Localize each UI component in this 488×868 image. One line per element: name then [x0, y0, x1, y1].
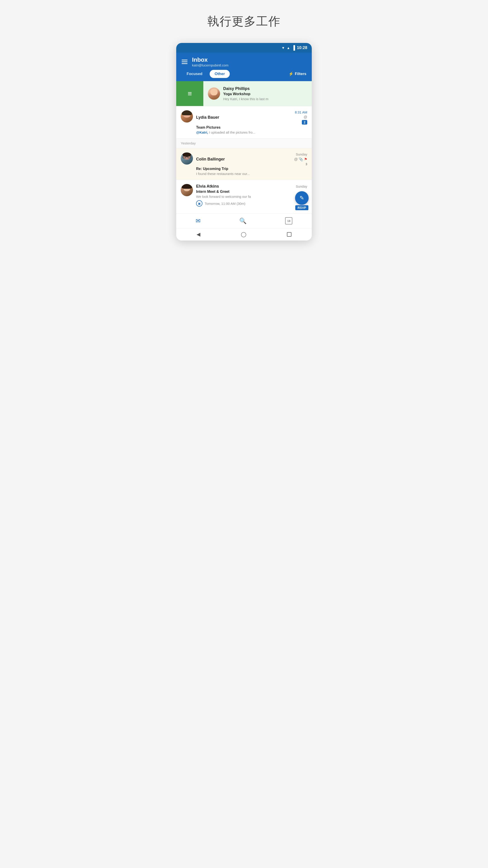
email-body-daisy: Daisy Phillips Yoga Workshop Hey Katri, … [223, 86, 307, 101]
preview-daisy: Hey Katri, I know this is last m [223, 97, 300, 101]
tab-focused[interactable]: Focused [182, 70, 207, 78]
nav-calendar-icon[interactable]: 18 [285, 217, 292, 224]
email-body-colin: Colin Ballinger Sunday @ 📎 ⚑ 3 Re: Upcom… [196, 152, 307, 176]
subject-elvia: Intern Meet & Greet [196, 190, 307, 194]
email-body-elvia: Elvia Atkins Sunday Intern Meet & Greet … [196, 184, 307, 207]
preview-elvia: We look forward to welcoming our fa [196, 195, 273, 198]
bolt-icon: ⚡ [289, 71, 293, 76]
subject-colin: Re: Upcoming Trip [196, 167, 307, 171]
tab-other[interactable]: Other [210, 70, 230, 78]
meta-icons-lydia: @ [304, 115, 307, 119]
header-title-block: Inbox katri@lucernpubintl.com [192, 56, 228, 67]
status-icons: ▼ ▲ ▐ 10:28 [282, 45, 307, 51]
phone-frame: ▼ ▲ ▐ 10:28 Inbox katri@lucernpubintl.co… [176, 43, 312, 241]
event-calendar-icon: ▣ [196, 200, 202, 207]
email-item-elvia[interactable]: Elvia Atkins Sunday Intern Meet & Greet … [176, 180, 312, 213]
flag-icon-colin: ⚑ [304, 157, 307, 161]
sender-lydia: Lydia Bauer [196, 115, 219, 120]
subject-daisy: Yoga Workshop [223, 92, 307, 96]
rsvp-fab-button[interactable]: ✎ [295, 191, 308, 205]
page-title: 執行更多工作 [207, 13, 281, 29]
rsvp-label[interactable]: RSVP [295, 205, 308, 210]
email-body-lydia: Lydia Bauer 8:31 AM @ 2 Team Pictures @K… [196, 110, 307, 134]
recents-button[interactable] [287, 232, 291, 237]
subject-lydia: Team Pictures [196, 125, 307, 129]
email-row1-lydia: Lydia Bauer 8:31 AM @ 2 [196, 110, 307, 125]
section-yesterday: Yesterday [176, 138, 312, 148]
archive-icon: ≡ [188, 90, 192, 98]
status-bar: ▼ ▲ ▐ 10:28 [176, 43, 312, 53]
email-meta-colin: Sunday @ 📎 ⚑ 3 [294, 152, 307, 166]
section-label-yesterday: Yesterday [181, 141, 196, 145]
event-time-elvia: Tomorrow, 11:00 AM (30m) [205, 202, 246, 206]
email-row1-colin: Colin Ballinger Sunday @ 📎 ⚑ 3 [196, 152, 307, 166]
app-header: Inbox katri@lucernpubintl.com [176, 53, 312, 70]
sender-elvia: Elvia Atkins [196, 184, 219, 189]
nav-search-icon[interactable]: 🔍 [239, 217, 247, 224]
time-lydia: 8:31 AM [295, 110, 307, 114]
signal-icon: ▲ [287, 46, 290, 50]
at-icon-colin: @ [294, 157, 298, 161]
email-row1-daisy: Daisy Phillips [223, 86, 307, 91]
system-nav: ◀ ◯ [176, 228, 312, 241]
event-row-elvia: ▣ Tomorrow, 11:00 AM (30m) [196, 200, 307, 207]
filters-button[interactable]: ⚡ Filters [289, 71, 306, 76]
email-item-lydia[interactable]: Lydia Bauer 8:31 AM @ 2 Team Pictures @K… [176, 106, 312, 138]
battery-icon: ▐ [292, 45, 295, 51]
time-elvia: Sunday [296, 184, 307, 188]
avatar-colin [181, 152, 193, 164]
swipe-archive-action: ≡ [176, 81, 203, 106]
time-colin: Sunday [296, 152, 307, 156]
avatar-lydia [181, 110, 193, 123]
back-button[interactable]: ◀ [197, 231, 200, 237]
email-item-colin[interactable]: Colin Ballinger Sunday @ 📎 ⚑ 3 Re: Upcom… [176, 148, 312, 180]
avatar-elvia [181, 184, 193, 196]
at-icon-lydia: @ [304, 115, 307, 119]
filters-label: Filters [295, 72, 306, 76]
home-button[interactable]: ◯ [241, 231, 247, 237]
tab-bar: Focused Other ⚡ Filters [176, 70, 312, 81]
preview-colin: I found these restaurants near our... [196, 172, 273, 176]
preview-lydia: @Katri, I uploaded all the pictures fro.… [196, 130, 273, 134]
attach-icon-colin: 📎 [299, 157, 303, 161]
count-colin: 3 [305, 162, 307, 166]
sender-daisy: Daisy Phillips [223, 86, 250, 91]
badge-lydia: 2 [302, 120, 307, 125]
inbox-title: Inbox [192, 56, 228, 63]
email-content-daisy: Daisy Phillips Yoga Workshop Hey Katri, … [203, 81, 312, 106]
wifi-icon: ▼ [282, 46, 285, 50]
mention-lydia: @Katri, [196, 130, 208, 134]
meta-icons-colin: @ 📎 ⚑ [294, 157, 307, 161]
sender-colin: Colin Ballinger [196, 157, 225, 162]
inbox-email: katri@lucernpubintl.com [192, 63, 228, 67]
email-item-daisy[interactable]: ≡ Daisy Phillips Yoga Workshop Hey Katri… [176, 81, 312, 106]
email-meta-lydia: 8:31 AM @ 2 [295, 110, 307, 125]
email-list: ≡ Daisy Phillips Yoga Workshop Hey Katri… [176, 81, 312, 213]
bottom-nav: ✉ 🔍 18 [176, 213, 312, 228]
nav-mail-icon[interactable]: ✉ [196, 217, 201, 224]
calendar-date: 18 [287, 219, 290, 223]
avatar-daisy [208, 88, 220, 100]
preview-rest-lydia: I uploaded all the pictures fro... [209, 130, 255, 134]
status-time: 10:28 [297, 45, 307, 50]
email-row1-elvia: Elvia Atkins Sunday [196, 184, 307, 189]
hamburger-menu[interactable] [182, 60, 188, 64]
rsvp-container: ✎ RSVP [295, 191, 308, 210]
